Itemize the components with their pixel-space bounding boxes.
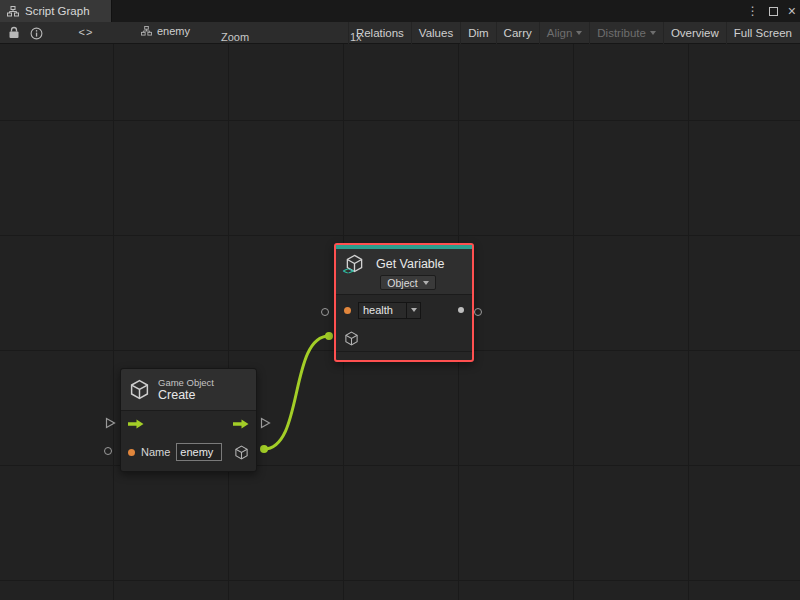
variable-name-dropdown[interactable]: health: [358, 302, 421, 319]
code-badge-icon: <>: [343, 266, 354, 276]
gameobject-output-icon[interactable]: [234, 445, 249, 460]
node-title: Create: [158, 388, 214, 402]
wire-start-port[interactable]: [260, 445, 268, 453]
chevron-down-icon: [650, 31, 656, 35]
carry-button[interactable]: Carry: [496, 22, 539, 44]
dropdown-arrow-button[interactable]: [406, 302, 421, 319]
graph-reference[interactable]: enemy: [141, 25, 190, 37]
name-input-port[interactable]: [104, 447, 112, 455]
toolbar-buttons: Relations Values Dim Carry Align Distrib…: [348, 22, 799, 44]
object-row: [336, 325, 472, 351]
dim-button[interactable]: Dim: [460, 22, 495, 44]
graph-name: enemy: [157, 25, 190, 37]
flow-input-port[interactable]: [104, 417, 116, 429]
node-header[interactable]: Game Object Create: [121, 369, 256, 411]
chevron-down-icon: [576, 31, 582, 35]
tab-script-graph[interactable]: Script Graph: [0, 0, 112, 22]
name-row: Name: [121, 437, 256, 467]
scope-value: Object: [387, 277, 417, 289]
graph-canvas[interactable]: Game Object Create Name <>: [0, 44, 800, 600]
script-graph-window: Script Graph ⋮ × <> enemy: [0, 0, 800, 600]
value-output-port-icon[interactable]: [458, 307, 464, 313]
overview-button[interactable]: Overview: [663, 22, 726, 44]
flow-out-arrow-icon[interactable]: [233, 419, 249, 429]
node-header[interactable]: <> Get Variable Object: [336, 249, 472, 295]
close-icon[interactable]: ×: [788, 4, 796, 18]
node-create-game-object[interactable]: Game Object Create Name: [120, 368, 257, 472]
object-input-port-icon[interactable]: [344, 331, 359, 346]
maximize-icon[interactable]: [769, 7, 778, 16]
wire-end-port[interactable]: [325, 332, 333, 340]
script-graph-icon: [7, 6, 19, 17]
name-input-port-icon[interactable]: [128, 449, 135, 456]
variable-row: health: [336, 295, 472, 325]
distribute-button[interactable]: Distribute: [589, 22, 663, 44]
info-icon[interactable]: [30, 27, 43, 40]
window-controls: ⋮ ×: [747, 0, 796, 22]
chevron-down-icon: [411, 308, 417, 312]
kebab-menu-icon[interactable]: ⋮: [747, 5, 759, 17]
fullscreen-button[interactable]: Full Screen: [726, 22, 799, 44]
graph-asset-icon: [141, 26, 152, 36]
variable-name-port[interactable]: [321, 308, 329, 316]
code-view-icon[interactable]: <>: [72, 26, 100, 38]
connection-wire[interactable]: [264, 336, 329, 449]
scope-dropdown[interactable]: Object: [380, 275, 436, 290]
variable-name-value: health: [358, 302, 406, 319]
relations-button[interactable]: Relations: [348, 22, 411, 44]
zoom-label: Zoom: [221, 31, 249, 43]
values-button[interactable]: Values: [411, 22, 460, 44]
flow-output-port[interactable]: [259, 417, 271, 429]
flow-row: [121, 411, 256, 437]
align-button[interactable]: Align: [539, 22, 590, 44]
flow-in-arrow-icon[interactable]: [128, 419, 144, 429]
game-object-cube-icon: [129, 379, 150, 400]
graph-toolbar: <> enemy Zoom 1x Relations Values Dim Ca…: [0, 22, 800, 44]
name-input[interactable]: [176, 443, 222, 461]
variable-cube-icon: <>: [345, 254, 367, 277]
chevron-down-icon: [423, 281, 429, 285]
tab-title: Script Graph: [25, 5, 90, 17]
node-title: Get Variable: [376, 257, 445, 271]
variable-name-port-icon[interactable]: [344, 307, 351, 314]
value-output-port[interactable]: [474, 308, 482, 316]
node-category: Game Object: [158, 377, 214, 388]
name-label: Name: [141, 446, 170, 458]
node-footer: [336, 351, 472, 360]
node-get-variable[interactable]: <> Get Variable Object health: [334, 243, 474, 362]
title-bar: Script Graph ⋮ ×: [0, 0, 800, 22]
lock-icon[interactable]: [8, 26, 20, 39]
